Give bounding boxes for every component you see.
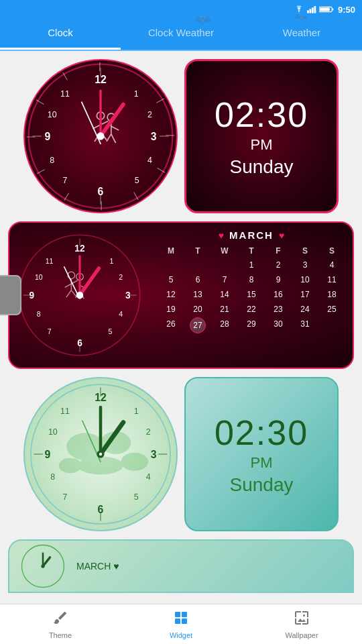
- svg-text:7: 7: [48, 327, 52, 335]
- cal-empty-1: [158, 258, 184, 272]
- cal-empty-end: [319, 317, 345, 333]
- svg-text:3: 3: [125, 290, 131, 301]
- svg-text:10: 10: [35, 273, 43, 281]
- digital-time-dark: 02:30: [215, 95, 308, 135]
- nav-theme-label: Theme: [49, 631, 72, 639]
- svg-rect-123: [182, 612, 187, 617]
- digital-period-green: PM: [251, 454, 273, 472]
- widget-svg-icon: [173, 610, 189, 626]
- svg-text:5: 5: [108, 327, 112, 335]
- analog-clock-svg-dark: 12 3 6 9 1 2 4 5 7 8 10 11: [25, 60, 176, 212]
- svg-text:1: 1: [134, 407, 139, 416]
- cal-day-7: 7: [212, 273, 237, 286]
- svg-point-121: [41, 564, 44, 568]
- svg-text:6: 6: [98, 504, 104, 515]
- digital-day-dark: Sunday: [230, 156, 294, 178]
- cal-day-6: 6: [185, 273, 210, 286]
- cal-grid: M T W T F S S 1 2 3 4: [158, 245, 345, 333]
- heart-left: ♥: [219, 230, 224, 241]
- digital-period-dark: PM: [251, 136, 273, 154]
- calendar-widget-container: 12 3 6 9 1 2 4 5 7 8 10 11: [8, 221, 354, 369]
- cal-day-16: 16: [265, 288, 291, 301]
- cal-day-8: 8: [239, 273, 264, 286]
- svg-text:10: 10: [48, 110, 57, 119]
- svg-text:11: 11: [46, 257, 54, 265]
- svg-text:2: 2: [146, 427, 151, 437]
- svg-text:7: 7: [62, 492, 67, 502]
- theme-svg-icon: [52, 610, 68, 626]
- cal-day-12: 12: [158, 288, 184, 301]
- nav-wallpaper-label: Wallpaper: [285, 631, 318, 639]
- svg-text:4: 4: [119, 310, 123, 318]
- svg-text:4: 4: [146, 472, 151, 482]
- cal-day-10: 10: [292, 273, 318, 286]
- green-row-1: 12 3 6 9 1 2 4 5 7 8 10 11: [8, 377, 354, 531]
- analog-clock-dark[interactable]: 12 3 6 9 1 2 4 5 7 8 10 11: [23, 59, 178, 213]
- svg-text:5: 5: [135, 176, 139, 185]
- cal-day-11: 11: [319, 273, 345, 286]
- cal-month: MARCH: [229, 229, 274, 241]
- heart-right: ♥: [279, 230, 284, 241]
- slider-handle[interactable]: [0, 275, 21, 315]
- dow-s: S: [292, 245, 318, 257]
- svg-text:3: 3: [151, 131, 157, 142]
- tab-clock[interactable]: Clock: [0, 19, 121, 50]
- svg-point-112: [99, 453, 103, 456]
- svg-text:8: 8: [37, 310, 41, 318]
- calendar-green-partial[interactable]: MARCH ♥: [8, 539, 354, 593]
- dow-s2: S: [319, 245, 345, 257]
- cal-day-3: 3: [292, 258, 318, 272]
- cal-day-29: 29: [239, 317, 264, 333]
- nav-theme[interactable]: Theme: [0, 604, 121, 644]
- svg-point-91: [121, 453, 149, 471]
- svg-point-85: [76, 292, 84, 299]
- svg-rect-125: [182, 619, 187, 624]
- svg-text:12: 12: [95, 392, 107, 403]
- cal-day-20: 20: [185, 303, 210, 316]
- svg-text:6: 6: [98, 186, 104, 197]
- dark-row-1: 12 3 6 9 1 2 4 5 7 8 10 11: [8, 59, 354, 213]
- svg-rect-122: [175, 612, 180, 617]
- cal-day-30: 30: [265, 317, 291, 333]
- svg-line-46: [101, 105, 123, 136]
- calendar-clock-dark[interactable]: 12 3 6 9 1 2 4 5 7 8 10 11: [8, 221, 354, 369]
- bottom-nav: Theme Widget Wallpaper: [0, 604, 362, 644]
- analog-clock-green[interactable]: 12 3 6 9 1 2 4 5 7 8 10 11: [23, 377, 178, 531]
- dow-t2: T: [239, 245, 264, 257]
- svg-text:10: 10: [48, 427, 58, 437]
- svg-line-75: [66, 290, 71, 298]
- nav-wallpaper[interactable]: Wallpaper: [241, 604, 362, 644]
- green-row-2: MARCH ♥: [8, 539, 354, 593]
- cal-day-23: 23: [265, 303, 291, 316]
- nav-widget-label: Widget: [170, 631, 192, 639]
- svg-point-89: [78, 456, 123, 474]
- calendar-clock-section: 12 3 6 9 1 2 4 5 7 8 10 11: [9, 223, 150, 368]
- svg-text:4: 4: [147, 156, 152, 165]
- cal-day-19: 19: [158, 303, 184, 316]
- cal-day-24: 24: [292, 303, 318, 316]
- svg-text:12: 12: [74, 244, 85, 254]
- svg-text:9: 9: [45, 449, 51, 460]
- cal-day-21: 21: [212, 303, 237, 316]
- svg-point-90: [59, 458, 82, 474]
- svg-line-73: [65, 284, 72, 287]
- cal-empty-2: [185, 258, 210, 272]
- dark-row-2: 12 3 6 9 1 2 4 5 7 8 10 11: [8, 221, 354, 369]
- cal-empty-3: [212, 258, 237, 272]
- svg-text:12: 12: [95, 74, 107, 85]
- green-partial-text: MARCH ♥: [76, 561, 119, 572]
- cal-day-18: 18: [319, 288, 345, 301]
- wallpaper-icon: [294, 610, 310, 630]
- digital-clock-dark[interactable]: 02:30 PM Sunday ✦ ✦ ✦ ✦: [184, 59, 339, 213]
- svg-line-45: [107, 134, 111, 142]
- nav-widget[interactable]: Widget: [121, 604, 241, 644]
- digital-time-green: 02:30: [215, 413, 308, 453]
- svg-text:8: 8: [50, 472, 55, 482]
- svg-text:5: 5: [134, 492, 139, 502]
- widget-icon: [173, 610, 189, 630]
- wallpaper-svg-icon: [294, 610, 310, 626]
- cal-day-2: 2: [265, 258, 291, 272]
- svg-text:11: 11: [60, 407, 70, 416]
- digital-clock-green[interactable]: 🦇 🦇 02:30 PM Sunday ✦ ✦ ✦: [184, 377, 339, 531]
- dow-f: F: [265, 245, 291, 257]
